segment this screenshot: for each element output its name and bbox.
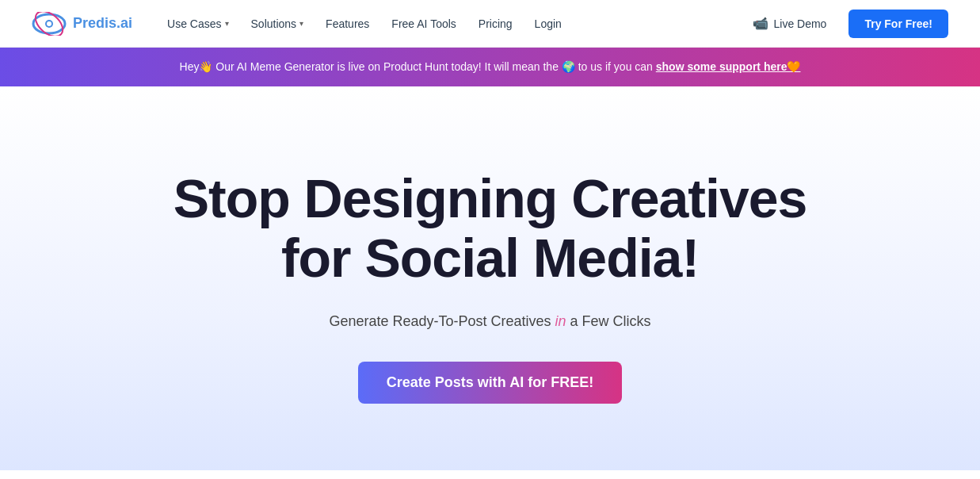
- nav-right: 📹 Live Demo Try For Free!: [740, 10, 948, 38]
- banner-text: Hey👋 Our AI Meme Generator is live on Pr…: [180, 60, 656, 73]
- svg-point-3: [47, 21, 51, 26]
- hero-subtitle-highlight: in: [555, 313, 566, 329]
- announcement-banner: Hey👋 Our AI Meme Generator is live on Pr…: [0, 48, 980, 86]
- logo-text: Predis.ai: [73, 15, 132, 32]
- nav-links: Use Cases ▾ Solutions ▾ Features Free AI…: [158, 11, 740, 36]
- hero-title: Stop Designing Creatives for Social Medi…: [174, 169, 807, 288]
- navbar: Predis.ai Use Cases ▾ Solutions ▾ Featur…: [0, 0, 980, 48]
- nav-item-free-ai-tools[interactable]: Free AI Tools: [382, 11, 465, 36]
- hero-section: Stop Designing Creatives for Social Medi…: [0, 86, 980, 470]
- hero-title-line2: for Social Media!: [281, 228, 699, 288]
- chevron-down-icon: ▾: [225, 19, 229, 28]
- chevron-down-icon: ▾: [299, 19, 303, 28]
- video-camera-icon: 📹: [753, 16, 768, 31]
- banner-link[interactable]: show some support here🧡: [656, 60, 801, 73]
- hero-title-line1: Stop Designing Creatives: [174, 168, 807, 228]
- nav-item-features[interactable]: Features: [316, 11, 379, 36]
- logo-text-content: Predis.ai: [73, 15, 132, 31]
- nav-item-pricing[interactable]: Pricing: [469, 11, 522, 36]
- hero-subtitle-end: a Few Clicks: [566, 313, 651, 329]
- logo-link[interactable]: Predis.ai: [32, 12, 132, 36]
- nav-item-solutions[interactable]: Solutions ▾: [242, 11, 314, 36]
- nav-item-login[interactable]: Login: [525, 11, 571, 36]
- hero-subtitle-text: Generate Ready-To-Post Creatives: [329, 313, 555, 329]
- logo-icon: [32, 12, 67, 36]
- nav-item-use-cases[interactable]: Use Cases ▾: [158, 11, 238, 36]
- try-for-free-button[interactable]: Try For Free!: [848, 10, 948, 38]
- cta-button[interactable]: Create Posts with AI for FREE!: [358, 362, 622, 404]
- hero-subtitle: Generate Ready-To-Post Creatives in a Fe…: [329, 310, 650, 333]
- live-demo-button[interactable]: 📹 Live Demo: [740, 10, 839, 37]
